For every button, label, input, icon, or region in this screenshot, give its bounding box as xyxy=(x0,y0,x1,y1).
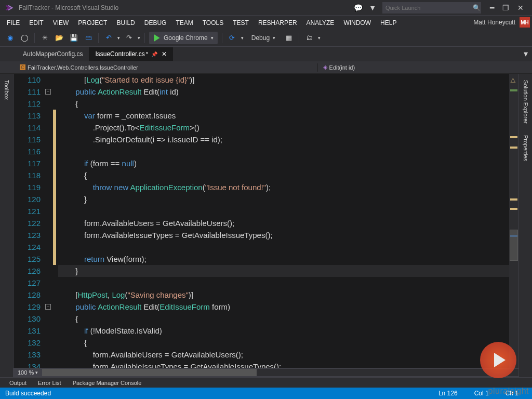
minimize-button[interactable]: ━ xyxy=(486,4,498,12)
save-button[interactable]: 💾 xyxy=(68,32,79,44)
document-tab[interactable]: IssueController.cs*📌✕ xyxy=(89,47,173,61)
nav-forward-button[interactable]: ◯ xyxy=(19,32,30,44)
menu-project[interactable]: PROJECT xyxy=(73,17,112,29)
redo-button[interactable]: ↷ xyxy=(123,32,135,44)
tool-tab-properties[interactable]: Properties xyxy=(522,131,530,165)
new-project-button[interactable]: ✳ xyxy=(39,32,50,44)
menu-file[interactable]: FILE xyxy=(2,17,24,29)
document-tabs: AutoMapperConfig.csIssueController.cs*📌✕… xyxy=(0,47,532,61)
tool-tab-toolbox[interactable]: Toolbox xyxy=(3,76,11,104)
play-icon xyxy=(153,34,161,42)
code-line[interactable]: form.AvailableIssueTypes = GetAvailableI… xyxy=(58,229,509,241)
menu-test[interactable]: TEST xyxy=(228,17,254,29)
code-line[interactable]: if (!ModelState.IsValid) xyxy=(58,325,509,337)
start-debug-button[interactable]: Google Chrome ▾ xyxy=(149,32,218,44)
pin-icon[interactable]: 📌 xyxy=(151,51,157,57)
code-line[interactable] xyxy=(58,145,509,157)
menu-debug[interactable]: DEBUG xyxy=(140,17,171,29)
code-line[interactable]: .Project().To<EditIssueForm>() xyxy=(58,122,509,134)
feedback-icon[interactable]: ▼ xyxy=(366,4,379,12)
config-selector[interactable]: Debug ▾ xyxy=(247,32,280,44)
tab-overflow-button[interactable]: ▾ xyxy=(520,47,532,61)
save-all-button[interactable]: 🗃 xyxy=(83,32,94,44)
code-line[interactable]: form.AvailableIssueTypes = GetAvailableI… xyxy=(58,361,509,368)
code-line[interactable]: { xyxy=(58,337,509,349)
line-number: 124 xyxy=(23,241,41,253)
refresh-dropdown[interactable]: ▾ xyxy=(241,35,244,41)
quick-launch-input[interactable] xyxy=(382,2,481,14)
maximize-button[interactable]: ❐ xyxy=(498,4,513,12)
code-line[interactable]: [HttpPost, Log("Saving changes")] xyxy=(58,289,509,301)
browser-refresh-button[interactable]: ⟳ xyxy=(227,32,238,44)
breadcrumb-class-label: FailTracker.Web.Controllers.IssueControl… xyxy=(28,64,138,71)
panel-tab-output[interactable]: Output xyxy=(4,379,32,387)
breadcrumb-member[interactable]: ◈ Edit(int id) xyxy=(320,64,358,71)
panel-tab-error-list[interactable]: Error List xyxy=(33,379,66,387)
notifications-icon[interactable]: 💬 xyxy=(351,4,366,12)
code-editor[interactable]: 1101111121131141151161171181191201211221… xyxy=(14,74,518,368)
line-number: 127 xyxy=(23,277,41,289)
code-line[interactable]: } xyxy=(58,265,509,277)
extensions-button[interactable]: ▦ xyxy=(283,32,295,44)
hscroll-thumb[interactable] xyxy=(42,369,257,376)
mode-button[interactable]: 🗂 xyxy=(303,32,315,44)
code-line[interactable]: { xyxy=(58,169,509,181)
open-button[interactable]: 📂 xyxy=(54,32,65,44)
horizontal-scrollbar[interactable]: 100 %▾ xyxy=(14,368,518,377)
code-line[interactable]: .SingleOrDefault(i => i.IssueID == id); xyxy=(58,134,509,145)
menu-team[interactable]: TEAM xyxy=(171,17,197,29)
undo-dropdown[interactable]: ▾ xyxy=(117,35,120,41)
menu-help[interactable]: HELP xyxy=(376,17,401,29)
menu-edit[interactable]: EDIT xyxy=(24,17,48,29)
code-line[interactable]: public ActionResult Edit(int id) xyxy=(58,86,509,98)
nav-back-button[interactable]: ◉ xyxy=(4,32,16,44)
code-line[interactable]: form.AvailableUsers = GetAvailableUsers(… xyxy=(58,349,509,361)
code-area[interactable]: [Log("Started to edit issue {id}")] publ… xyxy=(56,74,509,368)
menu-build[interactable]: BUILD xyxy=(112,17,139,29)
menu-resharper[interactable]: RESHARPER xyxy=(254,17,302,29)
navigation-bar: 🅲 FailTracker.Web.Controllers.IssueContr… xyxy=(0,61,532,74)
fold-toggle[interactable]: − xyxy=(45,304,51,310)
close-button[interactable]: ✕ xyxy=(513,4,528,12)
document-tab[interactable]: AutoMapperConfig.cs xyxy=(17,47,89,61)
search-icon[interactable]: 🔍 xyxy=(473,4,481,11)
breadcrumb-class[interactable]: 🅲 FailTracker.Web.Controllers.IssueContr… xyxy=(17,64,141,71)
code-line[interactable]: if (form == null) xyxy=(58,157,509,169)
workspace: Toolbox 11011111211311411511611711811912… xyxy=(0,74,532,377)
split-icon[interactable]: ▭ xyxy=(513,74,517,74)
zoom-selector[interactable]: 100 %▾ xyxy=(14,369,42,376)
redo-dropdown[interactable]: ▾ xyxy=(138,35,140,41)
overview-ruler[interactable]: ▭ ⚠ xyxy=(509,74,518,368)
user-badge[interactable]: MH xyxy=(520,17,530,28)
menu-analyze[interactable]: ANALYZE xyxy=(302,17,339,29)
code-line[interactable]: public ActionResult Edit(EditIssueForm f… xyxy=(58,301,509,313)
scrollbar-thumb[interactable] xyxy=(510,230,518,261)
code-line[interactable] xyxy=(58,277,509,289)
code-line[interactable]: { xyxy=(58,98,509,110)
line-number: 120 xyxy=(23,193,41,205)
code-line[interactable]: form.AvailableUsers = GetAvailableUsers(… xyxy=(58,217,509,229)
panel-tab-package-manager-console[interactable]: Package Manager Console xyxy=(68,379,147,387)
code-line[interactable]: { xyxy=(58,313,509,325)
mode-dropdown[interactable]: ▾ xyxy=(318,35,321,41)
line-number-gutter: 1101111121131141151161171181191201211221… xyxy=(14,74,44,368)
status-char: Ch 1 xyxy=(497,390,527,397)
status-line: Ln 126 xyxy=(430,390,466,397)
menu-tools[interactable]: TOOLS xyxy=(198,17,228,29)
code-line[interactable]: return View(form); xyxy=(58,253,509,265)
menu-window[interactable]: WINDOW xyxy=(339,17,376,29)
undo-button[interactable]: ↶ xyxy=(103,32,114,44)
code-line[interactable]: throw new ApplicationException("Issue no… xyxy=(58,181,509,193)
menu-view[interactable]: VIEW xyxy=(48,17,74,29)
outline-margin[interactable]: −− xyxy=(44,74,53,368)
code-line[interactable]: [Log("Started to edit issue {id}")] xyxy=(58,74,509,86)
tool-tab-solution-explorer[interactable]: Solution Explorer xyxy=(522,76,530,128)
signed-in-user[interactable]: Matt Honeycutt xyxy=(473,19,515,26)
line-number: 126 xyxy=(23,265,41,277)
code-line[interactable]: } xyxy=(58,193,509,205)
code-line[interactable]: var form = _context.Issues xyxy=(58,110,509,122)
fold-toggle[interactable]: − xyxy=(45,89,51,95)
close-tab-button[interactable]: ✕ xyxy=(162,50,167,58)
code-line[interactable] xyxy=(58,241,509,253)
code-line[interactable] xyxy=(58,205,509,217)
